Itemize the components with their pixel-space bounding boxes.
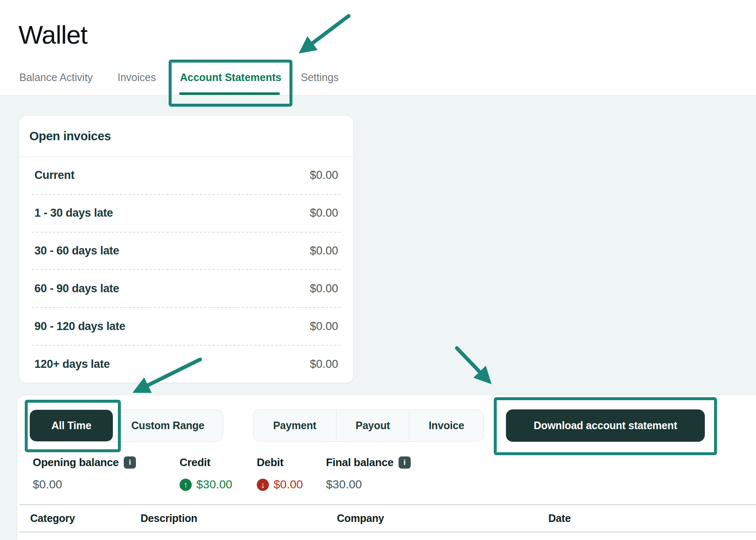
all-time-button[interactable]: All Time — [30, 410, 113, 441]
payment-button[interactable]: Payment — [253, 410, 336, 441]
debit-label: Debit — [257, 456, 284, 469]
opening-balance-value: $0.00 — [33, 478, 62, 491]
info-icon[interactable]: i — [124, 456, 136, 469]
aging-bucket-value: $0.00 — [310, 169, 338, 182]
aging-bucket-value: $0.00 — [310, 358, 338, 371]
invoice-button[interactable]: Invoice — [409, 410, 483, 441]
info-icon[interactable]: i — [399, 456, 411, 469]
table-row: Current $0.00 — [32, 157, 341, 195]
final-balance-label: Final balance — [326, 456, 394, 469]
open-invoices-title: Open invoices — [19, 116, 353, 157]
open-invoices-rows: Current $0.00 1 - 30 days late $0.00 30 … — [19, 157, 353, 383]
column-header-company: Company — [337, 505, 384, 532]
debit-summary: Debit ↓ $0.00 — [257, 456, 303, 492]
page-title: Wallet — [18, 22, 87, 48]
table-row: 1 - 30 days late $0.00 — [32, 195, 341, 233]
payout-button[interactable]: Payout — [336, 410, 409, 441]
table-row: 90 - 120 days late $0.00 — [32, 308, 341, 346]
credit-label: Credit — [180, 456, 210, 469]
aging-bucket-value: $0.00 — [310, 244, 338, 257]
aging-bucket-value: $0.00 — [310, 282, 338, 295]
aging-bucket-value: $0.00 — [310, 320, 338, 333]
wallet-page: Wallet Balance Activity Invoices Account… — [0, 0, 756, 540]
column-header-date: Date — [548, 505, 571, 532]
column-header-category: Category — [30, 505, 75, 532]
aging-bucket-label: 1 - 30 days late — [34, 207, 113, 220]
credit-summary: Credit ↑ $30.00 — [180, 456, 232, 492]
table-row: 120+ days late $0.00 — [32, 346, 341, 383]
aging-bucket-label: 120+ days late — [34, 358, 110, 371]
final-balance-value: $30.00 — [326, 478, 362, 491]
table-row: 30 - 60 days late $0.00 — [32, 233, 341, 270]
arrow-down-circle-icon: ↓ — [257, 479, 269, 491]
aging-bucket-label: 60 - 90 days late — [34, 282, 119, 295]
open-invoices-card: Open invoices Current $0.00 1 - 30 days … — [19, 115, 354, 383]
final-balance-summary: Final balance i $30.00 — [326, 456, 411, 492]
custom-range-button[interactable]: Custom Range — [113, 410, 223, 441]
opening-balance-summary: Opening balance i $0.00 — [33, 456, 136, 492]
tab-account-statements[interactable]: Account Statements — [180, 71, 282, 84]
tab-balance-activity[interactable]: Balance Activity — [19, 71, 93, 84]
tab-invoices[interactable]: Invoices — [117, 71, 156, 84]
arrow-up-circle-icon: ↑ — [180, 479, 192, 491]
header-divider — [0, 95, 756, 95]
table-row: 60 - 90 days late $0.00 — [32, 270, 341, 308]
column-header-description: Description — [141, 505, 197, 532]
transaction-type-toggle: Payment Payout Invoice — [253, 409, 484, 442]
aging-bucket-label: 90 - 120 days late — [34, 320, 125, 333]
aging-bucket-label: Current — [34, 169, 74, 182]
credit-value: $30.00 — [196, 478, 232, 491]
statement-table-header: Category Description Company Date — [19, 504, 756, 532]
aging-bucket-value: $0.00 — [310, 207, 338, 220]
tab-settings[interactable]: Settings — [301, 71, 339, 84]
arrow-to-account-statements-icon — [303, 16, 349, 50]
aging-bucket-label: 30 - 60 days late — [34, 244, 119, 257]
download-account-statement-button[interactable]: Download account statement — [506, 409, 705, 442]
time-range-toggle: All Time Custom Range — [29, 409, 223, 442]
opening-balance-label: Opening balance — [33, 456, 119, 469]
debit-value: $0.00 — [274, 478, 303, 491]
